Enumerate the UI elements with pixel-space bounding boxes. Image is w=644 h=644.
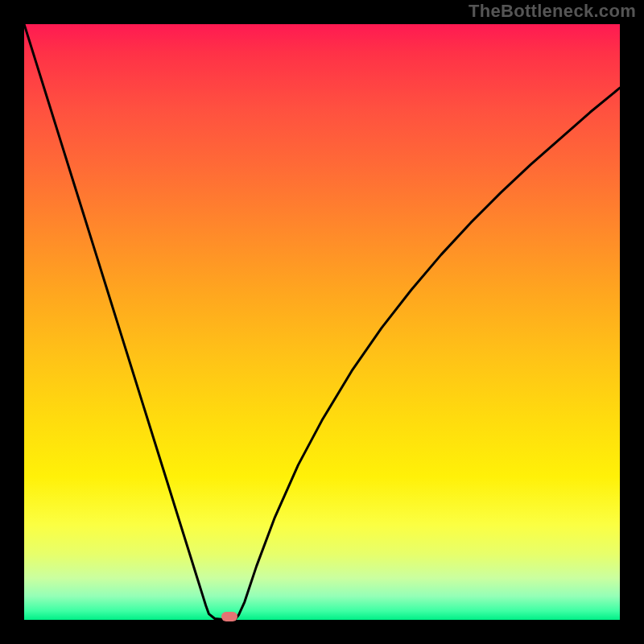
optimal-point-marker	[221, 612, 237, 621]
watermark-text: TheBottleneck.com	[469, 1, 636, 22]
plot-gradient-background	[24, 24, 620, 620]
plot-frame	[24, 24, 620, 620]
chart-stage: TheBottleneck.com	[0, 0, 644, 644]
